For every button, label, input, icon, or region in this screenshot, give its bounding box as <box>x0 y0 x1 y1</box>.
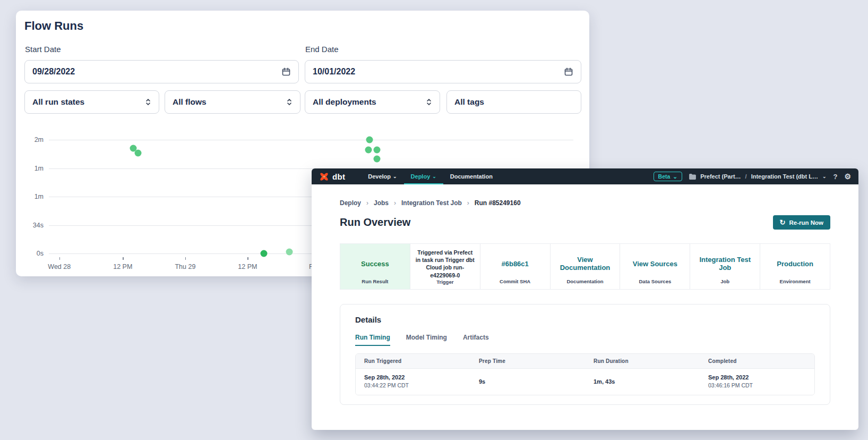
flows-select-value: All flows <box>173 97 207 107</box>
table-header-row: Run TriggeredPrep TimeRun DurationComple… <box>356 354 814 369</box>
start-date-input[interactable]: 09/28/2022 <box>24 60 299 83</box>
dbt-logo[interactable]: dbt <box>319 172 345 182</box>
summary-card-trigger: Triggered via Prefect in task run Trigge… <box>410 244 480 289</box>
rerun-now-button[interactable]: ↻ Re-run Now <box>773 215 830 230</box>
end-date-input[interactable]: 10/01/2022 <box>305 60 581 83</box>
run-summary-cards: SuccessRun ResultTriggered via Prefect i… <box>340 243 830 290</box>
breadcrumb-item[interactable]: Deploy <box>340 199 361 207</box>
chart-gridline: 2m <box>49 140 573 140</box>
dbt-cloud-window: dbt Develop⌄Deploy⌄Documentation Beta ⌄ … <box>312 168 858 430</box>
flow-run-point[interactable] <box>261 250 268 257</box>
nav-item-deploy[interactable]: Deploy⌄ <box>404 168 443 184</box>
x-axis-tick-label: Wed 28 <box>48 263 71 270</box>
cell-subvalue: 03:44:22 PM CDT <box>364 382 467 388</box>
card-label: Environment <box>780 278 811 284</box>
account-name: Prefect (Part… <box>700 173 741 180</box>
card-value[interactable]: Integration Test Job <box>694 249 755 278</box>
dbt-nav-menu: Develop⌄Deploy⌄Documentation <box>361 168 500 184</box>
calendar-icon[interactable] <box>564 67 573 77</box>
run-states-select[interactable]: All run states <box>24 90 159 114</box>
tab-artifacts[interactable]: Artifacts <box>463 334 489 346</box>
gear-icon[interactable]: ⚙ <box>844 172 851 181</box>
help-icon[interactable]: ? <box>833 173 837 181</box>
tab-run-timing[interactable]: Run Timing <box>355 334 390 346</box>
x-axis-tick <box>185 257 186 260</box>
up-down-chevron-icon <box>286 98 293 106</box>
end-date-value: 10/01/2022 <box>313 67 355 77</box>
up-down-chevron-icon <box>145 98 151 106</box>
breadcrumb: Deploy›Jobs›Integration Test Job›Run #85… <box>340 199 830 207</box>
summary-card-documentation[interactable]: View DocumentationDocumentation <box>550 244 620 289</box>
chevron-down-icon: ⌄ <box>673 173 677 180</box>
summary-card-job[interactable]: Integration Test JobJob <box>690 244 760 289</box>
details-tabs: Run TimingModel TimingArtifacts <box>355 334 815 346</box>
x-axis-tick <box>59 257 61 260</box>
card-value[interactable]: View Sources <box>633 249 677 278</box>
nav-item-documentation[interactable]: Documentation <box>443 168 500 184</box>
cell-value: 9s <box>479 378 582 385</box>
beta-dropdown[interactable]: Beta ⌄ <box>654 172 683 181</box>
details-title: Details <box>355 315 815 324</box>
breadcrumb-item: Run #85249160 <box>475 199 521 207</box>
beta-label: Beta <box>658 173 671 180</box>
calendar-icon[interactable] <box>281 67 291 77</box>
table-cell: 1m, 43s <box>585 369 700 395</box>
up-down-chevron-icon <box>426 98 432 106</box>
card-value[interactable]: #6b86c1 <box>501 249 528 278</box>
dbt-logo-icon <box>319 172 329 182</box>
card-label: Trigger <box>436 279 453 285</box>
column-header: Completed <box>700 354 814 368</box>
nav-item-label: Documentation <box>450 173 493 180</box>
folder-icon <box>689 174 696 180</box>
x-axis-tick-label: 12 PM <box>238 263 257 270</box>
summary-card-commit-sha[interactable]: #6b86c1Commit SHA <box>480 244 550 289</box>
breadcrumb-separator: › <box>394 199 396 207</box>
summary-card-data-sources[interactable]: View SourcesData Sources <box>620 244 690 289</box>
cell-value: Sep 28th, 2022 <box>364 374 467 380</box>
flow-run-point[interactable] <box>366 137 373 143</box>
flow-run-point[interactable] <box>374 146 381 153</box>
page-title: Run Overview <box>340 216 410 229</box>
breadcrumb-separator: › <box>366 199 368 207</box>
card-value[interactable]: View Documentation <box>555 249 616 278</box>
project-name: Integration Test (dbt L… <box>751 173 818 180</box>
chevron-down-icon: ⌄ <box>432 174 436 179</box>
rerun-now-label: Re-run Now <box>789 219 823 226</box>
flow-run-point[interactable] <box>286 248 293 255</box>
refresh-icon: ↻ <box>780 219 786 226</box>
flows-select[interactable]: All flows <box>165 90 300 114</box>
tab-model-timing[interactable]: Model Timing <box>406 334 447 346</box>
x-axis-tick <box>247 257 248 260</box>
start-date-label: Start Date <box>25 45 61 54</box>
flow-run-point[interactable] <box>365 146 372 153</box>
details-panel: Details Run TimingModel TimingArtifacts … <box>340 304 830 405</box>
nav-item-develop[interactable]: Develop⌄ <box>361 168 403 184</box>
nav-item-label: Develop <box>368 173 391 180</box>
flow-run-point[interactable] <box>134 150 141 157</box>
table-cell: Sep 28th, 202203:44:22 PM CDT <box>356 369 470 395</box>
tags-select-value: All tags <box>454 97 484 107</box>
dbt-logo-text: dbt <box>332 172 345 181</box>
chevron-down-icon: ⌄ <box>822 174 827 179</box>
breadcrumb-separator: › <box>467 199 469 207</box>
breadcrumb-item[interactable]: Jobs <box>374 199 389 207</box>
chevron-down-icon: ⌄ <box>393 174 397 179</box>
x-axis-tick-label: Thu 29 <box>175 263 195 270</box>
tags-select[interactable]: All tags <box>446 90 581 114</box>
account-project-switcher[interactable]: Prefect (Part… / Integration Test (dbt L… <box>689 173 826 180</box>
y-axis-tick-label: 1m <box>35 165 44 172</box>
y-axis-tick-label: 1m <box>35 193 44 200</box>
flow-runs-title: Flow Runs <box>24 19 83 33</box>
breadcrumb-item[interactable]: Integration Test Job <box>401 199 462 207</box>
y-axis-tick-label: 2m <box>35 136 44 143</box>
cell-value: Sep 28th, 2022 <box>708 374 811 380</box>
card-label: Job <box>720 278 729 284</box>
card-value[interactable]: Production <box>777 249 813 278</box>
flow-run-point[interactable] <box>373 156 380 163</box>
card-label: Documentation <box>566 278 603 284</box>
nav-item-label: Deploy <box>411 173 431 180</box>
summary-card-environment[interactable]: ProductionEnvironment <box>760 244 830 289</box>
card-label: Data Sources <box>639 278 672 284</box>
deployments-select[interactable]: All deployments <box>305 90 440 114</box>
summary-card-run-result: SuccessRun Result <box>340 244 410 289</box>
